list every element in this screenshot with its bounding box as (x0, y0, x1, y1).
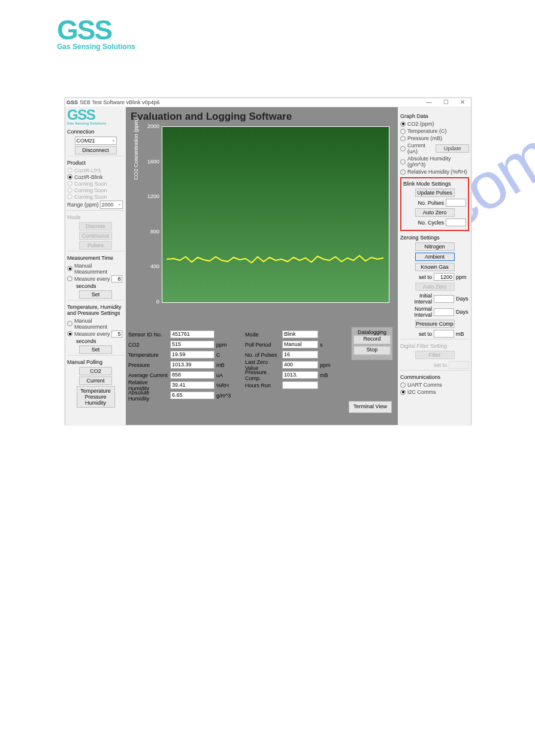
record-button[interactable]: Record (353, 335, 391, 344)
manual-measure-radio[interactable]: Manual Measurement (67, 263, 124, 275)
chevron-down-icon: ⌄ (117, 201, 122, 207)
port-select[interactable]: COM21 ⌄ (75, 136, 117, 145)
blink-mode-box: Blink Mode Settings Update Pulses No. Pu… (400, 177, 469, 231)
pc-input[interactable] (434, 330, 454, 338)
data-row: No. of Pulses16 (245, 350, 353, 359)
data-row: CO2515ppm (128, 340, 245, 349)
graph-radio[interactable]: Absolute Humidity (g/m^3) (400, 156, 469, 168)
mode-button: Continuous (79, 232, 112, 240)
days-unit: Days (456, 296, 469, 302)
set-meas-button[interactable]: Set (79, 290, 112, 299)
poll-co2-button[interactable]: CO2 (79, 367, 112, 375)
pressure-comp-button[interactable]: Pressure Comp (415, 320, 455, 328)
i2c-radio[interactable]: I2C Comms (400, 389, 469, 395)
product-radio: Coming Soon (67, 187, 124, 193)
update-graph-button[interactable]: Update (436, 144, 469, 153)
known-gas-button[interactable]: Known Gas (415, 263, 455, 271)
data-row: Hours Run (245, 381, 353, 390)
filter-label: Digital Filter Setting (400, 343, 469, 349)
product-radio: Coming Soon (67, 181, 124, 187)
data-row: Pressure Comp.1013.mB (245, 371, 353, 379)
ppm-unit: ppm (456, 274, 469, 280)
maximize-icon[interactable]: ☐ (437, 98, 454, 106)
stop-button[interactable]: Stop (353, 346, 391, 355)
app-title: Evaluation and Logging Software (131, 111, 292, 123)
measure-every-input[interactable] (111, 275, 122, 283)
cycles-input[interactable] (446, 218, 466, 226)
data-row: Relative Humidity39.41%RH (128, 381, 245, 390)
pulses-label: No. Pulses (403, 200, 446, 206)
range-label: Range (ppm) (67, 202, 99, 208)
minimize-icon[interactable]: — (421, 98, 437, 106)
range-select[interactable]: 2000 ⌄ (100, 201, 123, 209)
filter-button: Filter (415, 351, 455, 359)
close-icon[interactable]: ✕ (454, 98, 471, 106)
mb-unit: mB (456, 331, 469, 337)
product-radio: CozIR-LP3 (67, 168, 124, 174)
y-axis-ticks: 2000160012008004000 (145, 123, 159, 334)
mode-button: Discrete (79, 222, 112, 230)
thp-every-radio[interactable]: Measure every (67, 330, 124, 338)
set-thp-button[interactable]: Set (79, 345, 112, 354)
data-row: Pressure1013.39mB (128, 360, 245, 369)
graph-radio[interactable]: Pressure (mB) (400, 135, 469, 141)
pc-set-label: set to (400, 331, 434, 337)
comms-label: Communications (400, 374, 469, 380)
blink-label: Blink Mode Settings (403, 181, 466, 187)
right-panel: Graph Data CO2 (ppm)Temperature (C)Press… (398, 107, 471, 425)
chevron-down-icon: ⌄ (111, 137, 116, 142)
auto-zero-button[interactable]: Auto Zero (415, 208, 455, 217)
days-unit-2: Days (456, 309, 469, 315)
disconnect-button[interactable]: Disconnect (75, 146, 117, 154)
graph-radio[interactable]: Current (uA)Update (400, 142, 469, 154)
mode-label: Mode (67, 214, 124, 220)
graph-data-label: Graph Data (400, 113, 469, 119)
normal-input[interactable] (434, 308, 454, 316)
seconds-label-2: seconds (76, 338, 124, 344)
app-window: GSS SEB Test Software vBlink v0p4p6 — ☐ … (65, 98, 471, 425)
datalogging-label: Datalogging (353, 329, 391, 335)
ambient-button[interactable]: Ambient (415, 253, 455, 261)
data-row: Poll PeriodManuals (245, 340, 353, 349)
y-axis-label: CO2 Concentration (ppm) (133, 113, 139, 185)
poll-current-button[interactable]: Current (79, 377, 112, 385)
update-pulses-button[interactable]: Update Pulses (415, 189, 455, 197)
product-radio[interactable]: CozIR-Blink (67, 174, 124, 180)
filter-input (449, 361, 469, 369)
data-row: Temperature19.59C (128, 350, 245, 359)
filter-set-label: set to (400, 362, 449, 368)
graph-radio[interactable]: Relative Humidity (%RH) (400, 169, 469, 175)
product-radio: Coming Soon (67, 194, 124, 200)
plot-area (162, 126, 389, 303)
graph-radio[interactable]: CO2 (ppm) (400, 121, 469, 127)
connection-label: Connection (67, 129, 124, 135)
manual-polling-label: Manual Polling (67, 359, 124, 365)
normal-interval-label: Normal Interval (400, 306, 434, 318)
window-title: SEB Test Software vBlink v0p4p6 (80, 98, 159, 107)
titlebar[interactable]: GSS SEB Test Software vBlink v0p4p6 — ☐ … (65, 98, 471, 107)
seconds-label: seconds (76, 283, 124, 289)
initial-input[interactable] (434, 295, 454, 303)
pulses-input[interactable] (446, 199, 466, 207)
gss-logo: GSS Gas Sensing Solutions (57, 18, 535, 51)
product-label: Product (67, 160, 124, 166)
initial-interval-label: Initial Interval (400, 293, 434, 305)
chart: CO2 Concentration (ppm) 2000160012008004… (132, 126, 395, 321)
middle-panel: Evaluation and Logging Software CO2 Conc… (126, 107, 398, 425)
setto-label: set to (400, 274, 434, 280)
app-logo: GSS Gas Sensing Solutions (67, 108, 124, 125)
setto-input[interactable] (434, 273, 454, 281)
auto-zero-2-button: Auto Zero (415, 283, 455, 291)
terminal-button[interactable]: Terminal View (349, 401, 392, 413)
graph-radio[interactable]: Temperature (C) (400, 128, 469, 134)
data-row: Sensor ID No.451761 (128, 330, 245, 339)
data-row: ModeBlink (245, 330, 353, 339)
nitrogen-button[interactable]: Nitrogen (415, 242, 455, 251)
thp-every-input[interactable] (111, 330, 122, 338)
data-row: Absolute Humidity6.65g/m^3 (128, 391, 245, 400)
thp-manual-radio[interactable]: Manual Measurement (67, 318, 124, 330)
poll-thp-button[interactable]: Temperature Pressure Humidity (77, 386, 115, 408)
zeroing-label: Zeroing Settings (400, 235, 469, 241)
measure-every-radio[interactable]: Measure every (67, 275, 124, 283)
uart-radio[interactable]: UART Comms (400, 382, 469, 388)
